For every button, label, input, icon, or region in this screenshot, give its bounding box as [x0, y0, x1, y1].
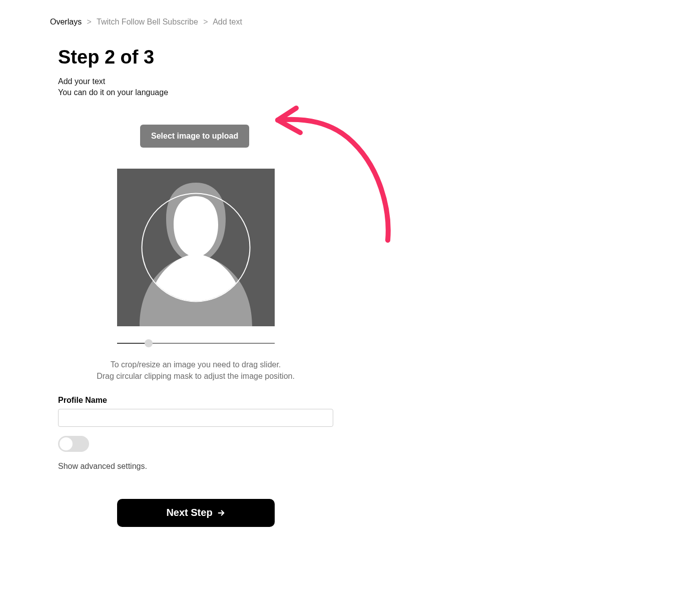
select-image-button[interactable]: Select image to upload	[140, 125, 249, 148]
zoom-slider[interactable]	[117, 339, 275, 347]
help-line-2: Drag circular clipping mask to adjust th…	[58, 371, 333, 382]
step-desc-line1: Add your text	[58, 76, 650, 87]
arrow-right-icon	[217, 508, 226, 517]
help-line-1: To crop/resize an image you need to drag…	[58, 359, 333, 370]
toggle-knob	[60, 437, 73, 450]
advanced-settings-label: Show advanced settings.	[58, 462, 650, 471]
avatar-placeholder-icon	[117, 169, 275, 326]
breadcrumb-item-current: Add text	[213, 18, 242, 26]
step-desc-line2: You can do it on your language	[58, 87, 650, 98]
profile-name-label: Profile Name	[58, 396, 650, 405]
page-title: Step 2 of 3	[58, 47, 650, 68]
image-help-text: To crop/resize an image you need to drag…	[58, 359, 333, 382]
breadcrumb-item-overlays[interactable]: Overlays	[50, 18, 82, 26]
step-description: Add your text You can do it on your lang…	[58, 76, 650, 98]
image-preview[interactable]	[117, 169, 275, 326]
next-step-button[interactable]: Next Step	[117, 499, 275, 527]
next-step-label: Next Step	[166, 507, 212, 518]
slider-thumb[interactable]	[145, 339, 153, 347]
breadcrumb-item-template[interactable]: Twitch Follow Bell Subscribe	[97, 18, 198, 26]
chevron-right-icon: >	[87, 18, 92, 26]
advanced-settings-toggle[interactable]	[58, 436, 89, 452]
chevron-right-icon: >	[203, 18, 208, 26]
breadcrumb: Overlays > Twitch Follow Bell Subscribe …	[50, 18, 650, 27]
profile-name-input[interactable]	[58, 409, 333, 427]
slider-fill	[117, 343, 149, 344]
